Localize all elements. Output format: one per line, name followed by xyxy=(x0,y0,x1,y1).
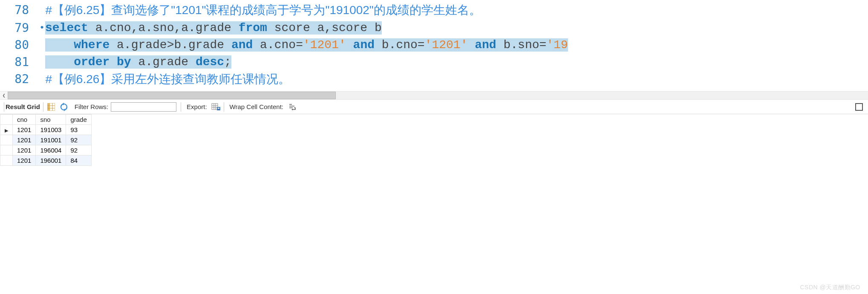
table-cell[interactable]: 1201 xyxy=(13,156,36,166)
scroll-left-arrow[interactable]: ❮ xyxy=(0,92,8,99)
table-cell[interactable]: 1201 xyxy=(13,135,36,145)
code-token: 【例6.25】查询选修了"1201"课程的成绩高于学号为"191002"的成绩的… xyxy=(52,3,481,17)
code-token: # xyxy=(45,4,52,17)
line-number: 78 xyxy=(0,2,39,19)
svg-marker-17 xyxy=(291,109,293,110)
code-token: a.cno,a.sno,a.grade xyxy=(88,21,239,35)
table-cell[interactable]: 191003 xyxy=(36,125,66,135)
result-grid-label: Result Grid xyxy=(6,103,40,110)
table-row[interactable]: 120119600492 xyxy=(0,145,92,156)
code-token: 【例6.26】采用左外连接查询教师任课情况。 xyxy=(52,72,291,86)
table-row[interactable]: 120119100192 xyxy=(0,135,92,145)
code-token: a.grade xyxy=(131,55,196,69)
table-row[interactable]: 120119100393 xyxy=(0,125,92,135)
row-header-corner xyxy=(0,115,13,125)
export-label: Export: xyxy=(187,103,207,110)
code-token: score a,score b xyxy=(267,21,382,35)
column-header[interactable]: cno xyxy=(13,115,36,125)
grid-view-icon[interactable] xyxy=(46,102,56,112)
column-header[interactable]: grade xyxy=(66,115,91,125)
code-token: where xyxy=(74,38,110,52)
table-cell[interactable]: 191001 xyxy=(36,135,66,145)
sql-editor[interactable]: 78#【例6.25】查询选修了"1201"课程的成绩高于学号为"191002"的… xyxy=(0,0,868,89)
code-token: '1201' xyxy=(303,38,346,52)
wrap-content-icon[interactable] xyxy=(288,102,297,112)
code-token: '1201' xyxy=(425,38,468,52)
code-token xyxy=(467,38,475,52)
line-number: 82 xyxy=(0,71,39,88)
statement-bullet-icon: • xyxy=(39,20,45,37)
watermark: CSDN @天道酬勤GO xyxy=(800,284,860,291)
scroll-track[interactable] xyxy=(8,92,868,99)
code-token: a.grade>b.grade xyxy=(110,38,231,52)
code-content[interactable]: where a.grade>b.grade and a.cno='1201' a… xyxy=(45,37,568,54)
line-number: 79 xyxy=(0,20,39,37)
code-token xyxy=(346,38,353,52)
table-cell[interactable]: 84 xyxy=(66,156,91,166)
table-cell[interactable]: 196004 xyxy=(36,145,66,156)
filter-rows-input[interactable] xyxy=(111,102,176,112)
code-content[interactable]: select a.cno,a.sno,a.grade from score a,… xyxy=(45,20,382,37)
code-token: desc xyxy=(196,55,224,69)
code-token xyxy=(45,55,74,69)
table-cell[interactable]: 92 xyxy=(66,135,91,145)
table-cell[interactable]: 1201 xyxy=(13,125,36,135)
code-line[interactable]: 78#【例6.25】查询选修了"1201"课程的成绩高于学号为"191002"的… xyxy=(0,2,868,20)
code-line[interactable]: 80 where a.grade>b.grade and a.cno='1201… xyxy=(0,37,868,54)
svg-rect-13 xyxy=(218,108,219,109)
code-content[interactable]: order by a.grade desc; xyxy=(45,54,231,71)
results-toolbar: Result Grid Filter Rows: Export: Wrap Ce… xyxy=(0,100,868,114)
code-line[interactable]: 79•select a.cno,a.sno,a.grade from score… xyxy=(0,20,868,37)
code-token: select xyxy=(45,21,88,35)
code-token: b.cno= xyxy=(375,38,425,52)
table-header-row: cnosnograde xyxy=(0,115,92,125)
column-header[interactable]: sno xyxy=(36,115,66,125)
horizontal-scrollbar[interactable]: ❮ xyxy=(0,91,868,100)
code-token: order by xyxy=(74,55,131,69)
line-number: 80 xyxy=(0,37,39,54)
wrap-content-label: Wrap Cell Content: xyxy=(230,103,283,110)
code-token: '19 xyxy=(546,38,568,52)
filter-rows-label: Filter Rows: xyxy=(75,103,108,110)
code-token: ; xyxy=(224,55,231,69)
scroll-thumb[interactable] xyxy=(8,92,336,99)
panel-toggle-icon[interactable] xyxy=(854,102,864,112)
code-token xyxy=(45,38,74,52)
table-row[interactable]: 120119600184 xyxy=(0,156,92,166)
code-token: and xyxy=(231,38,253,52)
row-indicator[interactable] xyxy=(0,156,13,166)
row-indicator[interactable] xyxy=(0,125,13,135)
svg-rect-1 xyxy=(47,103,50,111)
code-token: b.sno= xyxy=(496,38,547,52)
table-cell[interactable]: 196001 xyxy=(36,156,66,166)
svg-rect-7 xyxy=(212,104,218,110)
code-token: and xyxy=(475,38,496,52)
table-cell[interactable]: 1201 xyxy=(13,145,36,156)
code-line[interactable]: 81 order by a.grade desc; xyxy=(0,54,868,71)
results-table[interactable]: cnosnograde12011910039312011910019212011… xyxy=(0,114,92,166)
code-token: # xyxy=(45,73,52,86)
code-content[interactable]: #【例6.26】采用左外连接查询教师任课情况。 xyxy=(45,71,290,89)
table-cell[interactable]: 92 xyxy=(66,145,91,156)
row-indicator[interactable] xyxy=(0,135,13,145)
refresh-icon[interactable] xyxy=(59,102,69,112)
line-number: 81 xyxy=(0,54,39,71)
table-cell[interactable]: 93 xyxy=(66,125,91,135)
code-token: a.cno= xyxy=(253,38,303,52)
code-content[interactable]: #【例6.25】查询选修了"1201"课程的成绩高于学号为"191002"的成绩… xyxy=(45,2,481,20)
code-token: from xyxy=(239,21,267,35)
code-token: and xyxy=(353,38,375,52)
export-icon[interactable] xyxy=(211,102,221,112)
row-indicator[interactable] xyxy=(0,145,13,156)
code-line[interactable]: 82#【例6.26】采用左外连接查询教师任课情况。 xyxy=(0,71,868,89)
